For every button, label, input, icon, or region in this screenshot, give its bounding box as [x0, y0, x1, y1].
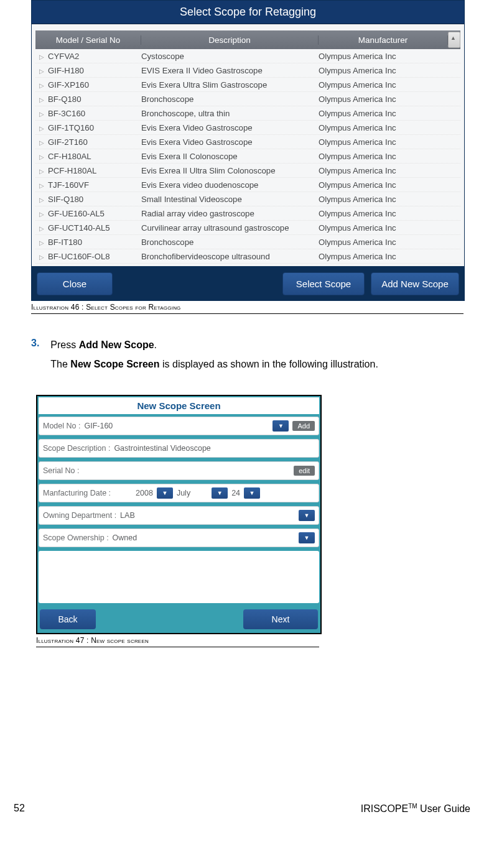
table-row[interactable]: ▷TJF-160VFEvis Exera video duodenoscopeO…	[35, 178, 460, 192]
table-row[interactable]: ▷GIF-1TQ160Evis Exera Video GastroscopeO…	[35, 121, 460, 135]
model-cell: GIF-XP160	[48, 80, 89, 90]
mfg-year-value: 2008	[136, 489, 153, 497]
select-scope-dialog: Select Scope for Retagging Model / Seria…	[31, 0, 465, 301]
edit-button[interactable]: edit	[294, 466, 315, 476]
expand-icon[interactable]: ▷	[39, 96, 48, 103]
description-cell: Bronchoscope, ultra thin	[141, 109, 319, 118]
expand-icon[interactable]: ▷	[39, 139, 48, 146]
model-cell: GIF-H180	[48, 66, 84, 75]
illustration-47-caption: Illustration 47 : New scope screen	[36, 634, 319, 647]
blank-area	[39, 551, 319, 603]
expand-icon[interactable]: ▷	[39, 225, 48, 232]
scope-description-label: Scope Description :	[43, 444, 110, 453]
model-cell: GIF-2T160	[48, 137, 88, 147]
back-button[interactable]: Back	[40, 609, 96, 629]
expand-icon[interactable]: ▷	[39, 168, 48, 175]
table-row[interactable]: ▷GF-UE160-AL5Radial array video gastrosc…	[35, 206, 460, 221]
scope-ownership-field: Scope Ownership : Owned ▼	[39, 529, 319, 547]
model-cell: CYFVA2	[48, 52, 79, 61]
table-row[interactable]: ▷CF-H180ALEvis Exera II ColonoscopeOlymp…	[35, 149, 460, 164]
manufacturer-cell: Olympus America Inc	[319, 152, 448, 161]
expand-icon[interactable]: ▷	[39, 125, 48, 132]
table-header: Model / Serial No Description Manufactur…	[35, 30, 460, 49]
guide-title: IRISCOPETM User Guide	[361, 803, 470, 815]
col-header-mfr[interactable]: Manufacturer	[319, 35, 448, 45]
mfg-year-dropdown[interactable]: ▼	[157, 487, 173, 499]
model-cell: GF-UE160-AL5	[48, 209, 105, 218]
col-header-desc[interactable]: Description	[141, 35, 319, 45]
manufacturer-cell: Olympus America Inc	[319, 166, 448, 175]
mfg-day-value: 24	[231, 489, 240, 497]
expand-icon[interactable]: ▷	[39, 211, 48, 218]
model-cell: GF-UCT140-AL5	[48, 223, 110, 233]
serial-no-field: Serial No : edit	[39, 461, 319, 480]
expand-icon[interactable]: ▷	[39, 254, 48, 261]
mfg-month-dropdown[interactable]: ▼	[212, 487, 228, 499]
table-row[interactable]: ▷GIF-XP160Evis Exera Ultra Slim Gastrosc…	[35, 78, 460, 92]
manufacturer-cell: Olympus America Inc	[319, 52, 448, 61]
step-text: Press	[50, 339, 78, 350]
expand-icon[interactable]: ▷	[39, 239, 48, 246]
model-no-field: Model No : GIF-160 ▼ Add	[39, 417, 319, 435]
expand-icon[interactable]: ▷	[39, 154, 48, 160]
description-cell: Small Intestinal Videoscope	[141, 195, 319, 204]
select-scope-button[interactable]: Select Scope	[282, 272, 365, 295]
table-row[interactable]: ▷GIF-H180EVIS Exera II Video Gastroscope…	[35, 63, 460, 78]
ownership-value: Owned	[113, 533, 137, 542]
description-cell: Evis Exera II Colonoscope	[141, 152, 319, 161]
manufacturer-cell: Olympus America Inc	[319, 109, 448, 118]
dept-dropdown[interactable]: ▼	[299, 510, 315, 521]
table-row[interactable]: ▷GIF-2T160Evis Exera Video GastroscopeOl…	[35, 135, 460, 149]
description-cell: EVIS Exera II Video Gastroscope	[141, 66, 319, 75]
model-no-dropdown[interactable]: ▼	[272, 420, 289, 432]
table-row[interactable]: ▷GF-UCT140-AL5Curvilinear array ultrasou…	[35, 221, 460, 235]
dialog-title: Select Scope for Retagging	[32, 1, 464, 24]
scrollbar-up-icon[interactable]	[448, 32, 460, 48]
add-new-scope-button[interactable]: Add New Scope	[371, 272, 459, 295]
expand-icon[interactable]: ▷	[39, 111, 48, 118]
model-cell: PCF-H180AL	[48, 166, 96, 175]
table-row[interactable]: ▷CYFVA2CystoscopeOlympus America Inc	[35, 49, 460, 63]
illustration-46-caption: Illustration 46 : Select Scopes for Reta…	[31, 301, 463, 314]
close-button[interactable]: Close	[37, 272, 113, 295]
mfg-day-dropdown[interactable]: ▼	[244, 487, 260, 499]
dept-label: Owning Department :	[43, 511, 116, 520]
manufacturer-cell: Olympus America Inc	[319, 238, 448, 247]
ownership-dropdown[interactable]: ▼	[299, 532, 315, 543]
expand-icon[interactable]: ▷	[39, 82, 48, 89]
dept-value: LAB	[120, 511, 135, 520]
serial-no-label: Serial No :	[43, 466, 79, 475]
new-scope-dialog: New Scope Screen Model No : GIF-160 ▼ Ad…	[36, 395, 322, 634]
scope-description-field: Scope Description : Gastrointestinal Vid…	[39, 439, 319, 458]
table-row[interactable]: ▷PCF-H180ALEvis Exrea II Ultra Slim Colo…	[35, 164, 460, 178]
manufacturer-cell: Olympus America Inc	[319, 195, 448, 204]
manufacturer-cell: Olympus America Inc	[319, 180, 448, 190]
step-bold: Add New Scope	[79, 339, 154, 350]
model-cell: GIF-1TQ160	[48, 123, 94, 132]
manufacturing-date-field: Manfacturing Date : 2008 ▼ July ▼ 24 ▼	[39, 484, 319, 502]
model-cell: CF-H180AL	[48, 152, 91, 161]
table-row[interactable]: ▷SIF-Q180Small Intestinal VideoscopeOlym…	[35, 192, 460, 206]
table-row[interactable]: ▷BF-IT180BronchoscopeOlympus America Inc	[35, 235, 460, 249]
table-row[interactable]: ▷BF-3C160Bronchoscope, ultra thinOlympus…	[35, 106, 460, 121]
expand-icon[interactable]: ▷	[39, 53, 48, 60]
col-header-model[interactable]: Model / Serial No	[35, 35, 141, 45]
description-cell: Curvilinear array ultrasound gastroscope	[141, 223, 319, 233]
manufacturer-cell: Olympus America Inc	[319, 137, 448, 147]
add-button[interactable]: Add	[292, 421, 315, 431]
next-button[interactable]: Next	[243, 609, 318, 629]
expand-icon[interactable]: ▷	[39, 196, 48, 203]
table-row[interactable]: ▷BF-UC160F-OL8Bronchofibervideoscope ult…	[35, 249, 460, 264]
model-cell: SIF-Q180	[48, 195, 83, 204]
ownership-label: Scope Ownership :	[43, 533, 109, 542]
model-cell: BF-Q180	[48, 95, 82, 104]
expand-icon[interactable]: ▷	[39, 68, 48, 75]
step-line2b: New Scope Screen	[70, 359, 159, 369]
table-row[interactable]: ▷BF-Q180BronchoscopeOlympus America Inc	[35, 92, 460, 106]
step-line2c: is displayed as shown in the following i…	[160, 359, 378, 369]
manufacturer-cell: Olympus America Inc	[319, 252, 448, 261]
expand-icon[interactable]: ▷	[39, 182, 48, 189]
instruction-step: 3. Press Add New Scope. The New Scope Sc…	[31, 338, 470, 372]
description-cell: Evis Exrea II Ultra Slim Colonoscope	[141, 166, 319, 175]
model-no-value: GIF-160	[84, 422, 113, 430]
